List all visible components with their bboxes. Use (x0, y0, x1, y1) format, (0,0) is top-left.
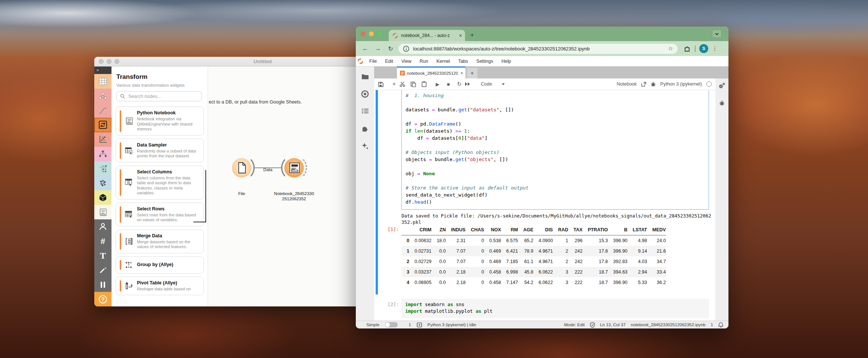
browser-menu-icon[interactable]: ⋮ (712, 45, 718, 52)
category-notebook-icon[interactable] (94, 205, 111, 219)
tab-search-chevron-button[interactable] (712, 30, 722, 38)
widget-name: Group by (Allye) (137, 262, 200, 268)
widget-description: Merge datasets based on the values of se… (137, 240, 200, 250)
browser-window: notebook_284... - auto-z × + ← → ↻ local… (356, 27, 728, 328)
paste-cells-icon[interactable] (421, 81, 432, 87)
cell-type-select[interactable]: Code (481, 81, 492, 87)
table-row: 00.0063218.02.3100.5386.57565.24.0900129… (401, 235, 666, 246)
kernel-terminal-icon[interactable] (417, 322, 422, 327)
code-cell-1-editor[interactable]: # 1. housing datasets = bundle.get("data… (401, 90, 709, 210)
menu-settings[interactable]: Settings (472, 59, 497, 64)
widget-card-data-sampler[interactable]: Data SamplerRandomly draw a subset of da… (116, 139, 204, 163)
link-label: Data (260, 167, 275, 172)
property-inspector-gears-icon[interactable] (719, 82, 725, 89)
widget-card-select-columns[interactable]: Select ColumnsSelect columns from the da… (116, 166, 204, 200)
tab-close-icon[interactable]: × (459, 33, 462, 38)
table-cell: 18.0 (431, 235, 446, 246)
category-evaluate-icon[interactable]: ✓✗ (94, 161, 111, 176)
menu-file[interactable]: File (365, 59, 381, 64)
address-bar[interactable]: localhost:8887/lab/workspaces/auto-z/tre… (398, 44, 678, 54)
run-cell-icon[interactable]: ▶ (432, 81, 443, 87)
notebook-scroll-area[interactable]: # 1. housing datasets = bundle.get("data… (374, 90, 715, 321)
widget-card-select-rows[interactable]: Select RowsSelect rows from the data bas… (116, 203, 204, 226)
file-output-arc[interactable] (251, 160, 254, 176)
dock-expander[interactable]: » (94, 67, 111, 74)
panel-scrollbar[interactable] (205, 170, 206, 222)
code-cell-2-editor[interactable]: import seaborn as snsimport matplotlib.p… (401, 299, 709, 318)
category-model-icon[interactable] (94, 147, 111, 161)
jupyter-doc-tab[interactable]: notebook_2845233025120 × (397, 67, 465, 78)
table-cell: 0.458 (484, 277, 501, 288)
table-cell: 54.2 (518, 277, 533, 288)
forward-button[interactable]: → (372, 45, 384, 52)
reload-button[interactable]: ↻ (384, 45, 397, 52)
widget-card-merge-data[interactable]: Merge DataMerge datasets based on the va… (116, 229, 204, 253)
save-icon[interactable] (378, 81, 389, 87)
restart-run-all-icon[interactable] (465, 82, 476, 86)
simple-mode-toggle[interactable] (385, 322, 398, 327)
category-visualize-icon[interactable] (94, 132, 111, 147)
minimize-window-button[interactable] (369, 31, 374, 36)
menu-run[interactable]: Run (416, 59, 433, 64)
menu-edit[interactable]: Edit (381, 59, 397, 64)
restart-kernel-icon[interactable]: ↻ (454, 81, 465, 87)
menu-tabs[interactable]: Tabs (454, 59, 472, 64)
interrupt-kernel-icon[interactable]: ■ (443, 81, 454, 87)
category-cube-icon[interactable] (94, 190, 111, 205)
trust-shield-icon[interactable] (590, 322, 595, 328)
menu-view[interactable]: View (397, 59, 416, 64)
table-cell: 396.90 (608, 246, 627, 256)
category-unsupervised-icon[interactable] (94, 176, 111, 190)
category-pause-icon[interactable] (94, 277, 111, 292)
close-window-button[interactable] (361, 31, 366, 36)
zoom-window-button[interactable] (377, 31, 382, 36)
category-person-icon[interactable] (94, 219, 111, 234)
browser-tab[interactable]: notebook_284... - auto-z × (389, 30, 465, 41)
widget-card-pivot-table-allye[interactable]: Pivot Table (Allye)Reshape data table ba… (116, 277, 204, 296)
menu-kernel[interactable]: Kernel (433, 59, 454, 64)
kernel-name-label[interactable]: Python 3 (ipykernel) (660, 81, 702, 87)
extensions-icon[interactable] (684, 45, 691, 52)
running-kernels-icon[interactable] (361, 90, 369, 98)
new-tab-button[interactable]: + (470, 31, 474, 39)
bookmark-star-icon[interactable]: ☆ (668, 45, 673, 52)
kernel-status-icon[interactable] (706, 81, 712, 87)
search-input[interactable]: Search nodes... (116, 91, 202, 101)
category-network-icon[interactable] (94, 89, 111, 103)
category-draw-icon[interactable] (94, 263, 111, 277)
add-cell-icon[interactable]: + (389, 81, 400, 87)
back-button[interactable]: ← (359, 45, 372, 52)
notebook-output-arc[interactable] (303, 160, 306, 176)
table-of-contents-icon[interactable] (361, 108, 369, 114)
extension-manager-icon[interactable] (361, 124, 369, 132)
category-curve-icon[interactable] (94, 103, 111, 118)
table-header-cell: ZN (431, 225, 446, 235)
table-cell: 5.33 (627, 277, 647, 288)
new-notebook-tab-button[interactable]: + (467, 68, 477, 78)
notification-bell-icon[interactable] (718, 322, 723, 328)
kernel-status-text[interactable]: Python 3 (ipykernel) | Idle (428, 322, 476, 327)
copy-cells-icon[interactable] (410, 81, 421, 87)
category-hash-icon[interactable]: # (94, 234, 111, 249)
ai-sparkles-icon[interactable] (361, 142, 369, 150)
widget-card-python-notebook[interactable]: Python NotebookNotebook integration via … (116, 107, 204, 136)
file-browser-icon[interactable] (361, 73, 369, 80)
notebook-input-arc[interactable] (282, 160, 285, 176)
menu-help[interactable]: Help (497, 59, 515, 64)
widget-card-group-by-allye[interactable]: Group by (Allye) (116, 256, 204, 274)
category-text-icon[interactable]: T (94, 249, 111, 263)
external-link-icon[interactable] (641, 82, 646, 87)
table-cell: 0.0 (431, 246, 446, 256)
category-transform-icon[interactable] (94, 118, 111, 132)
cursor-position[interactable]: Ln 13, Col 37 (600, 322, 626, 327)
help-icon[interactable]: ? (94, 292, 111, 306)
doc-tab-close-icon[interactable]: × (460, 70, 463, 76)
widget-icon (125, 117, 133, 125)
profile-avatar[interactable]: S (699, 44, 708, 53)
category-data-icon[interactable] (94, 74, 111, 89)
site-info-icon[interactable] (403, 46, 409, 52)
debugger-sidebar-icon[interactable] (719, 100, 725, 106)
cut-cells-icon[interactable] (400, 81, 410, 87)
debugger-bug-icon[interactable] (651, 81, 656, 87)
file-icon (239, 163, 245, 173)
